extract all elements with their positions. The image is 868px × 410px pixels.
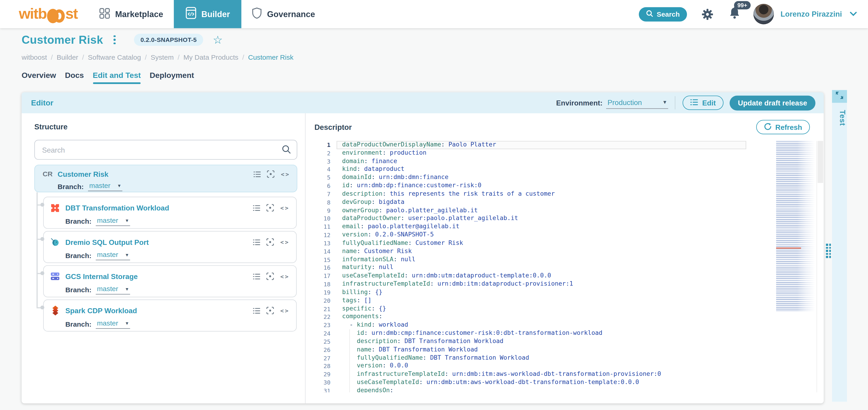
scrollbar-thumb[interactable] xyxy=(817,141,823,183)
update-draft-release-button[interactable]: Update draft release xyxy=(730,95,815,110)
code-line[interactable]: 16 maturity: null xyxy=(314,264,815,272)
component-card[interactable]: Spark CDP Workload <> xyxy=(43,300,297,332)
code-line[interactable]: 8 devGroup: bigdata xyxy=(314,198,815,206)
code-icon[interactable]: <> xyxy=(280,205,289,211)
component-name[interactable]: Spark CDP Workload xyxy=(65,306,137,314)
component-name[interactable]: Dremio SQL Output Port xyxy=(65,238,149,246)
code-line[interactable]: 24 id: urn:dmb:cmp:finance:customer-risk… xyxy=(314,329,815,338)
code-icon[interactable]: <> xyxy=(281,171,290,177)
logo-text-left: witb xyxy=(19,7,46,22)
nav-item-builder[interactable]: Builder xyxy=(174,0,242,28)
code-line[interactable]: 11 email: paolo.platter@agilelab.it xyxy=(314,223,815,231)
code-line[interactable]: 19 billing: {} xyxy=(314,288,815,297)
code-line[interactable]: 26 name: DBT Transformation Workload xyxy=(314,346,815,354)
star-favorite-icon[interactable]: ☆ xyxy=(213,34,223,45)
focus-target-icon[interactable] xyxy=(267,238,274,246)
code-line[interactable]: 6 id: urn:dmb:dp:finance:customer-risk:0 xyxy=(314,182,815,190)
code-line[interactable]: 20 tags: [] xyxy=(314,297,815,305)
global-search-button[interactable]: Search xyxy=(639,7,687,21)
code-line[interactable]: 12 version: 0.2.0-SNAPSHOT-5 xyxy=(314,231,815,239)
root-abbr: CR xyxy=(43,170,53,178)
component-card[interactable]: DBT Transformation Workload xyxy=(43,197,297,229)
settings-gear-icon[interactable] xyxy=(701,8,713,20)
code-line[interactable]: 28 version: 0.0.0 xyxy=(314,362,815,370)
code-line[interactable]: 31 dependsOn: xyxy=(314,387,815,392)
code-line[interactable]: 1 dataProductOwnerDisplayName: Paolo Pla… xyxy=(314,141,815,149)
breadcrumb-item[interactable]: Software Catalog xyxy=(88,54,141,61)
yaml-code-editor[interactable]: 1 dataProductOwnerDisplayName: Paolo Pla… xyxy=(314,141,815,392)
refresh-button[interactable]: Refresh xyxy=(756,120,810,134)
nav-item-marketplace[interactable]: Marketplace xyxy=(92,0,170,28)
code-line[interactable]: 5 domainId: urn:dmb:dmn:finance xyxy=(314,174,815,182)
user-avatar[interactable] xyxy=(753,4,774,24)
test-side-panel[interactable]: Test xyxy=(832,90,846,402)
editor-minimap[interactable] xyxy=(776,141,816,311)
environment-select[interactable]: Production ▼ xyxy=(607,97,669,109)
branch-select[interactable]: master ▼ xyxy=(96,285,130,295)
edit-button[interactable]: Edit xyxy=(683,96,724,110)
code-line[interactable]: 18 infrastructureTemplateId: urn:dmb:itm… xyxy=(314,280,815,288)
component-card[interactable]: GCS Internal Storage <> xyxy=(43,265,297,297)
code-icon[interactable]: <> xyxy=(280,239,289,245)
focus-target-icon[interactable] xyxy=(267,170,275,178)
component-name[interactable]: GCS Internal Storage xyxy=(65,272,137,280)
list-icon[interactable] xyxy=(254,171,261,177)
notifications-bell[interactable]: 99+ xyxy=(729,7,740,22)
tab-overview[interactable]: Overview xyxy=(22,71,56,83)
editor-scrollbar[interactable] xyxy=(816,141,823,392)
code-line[interactable]: 15 informationSLA: null xyxy=(314,255,815,264)
breadcrumb-item[interactable]: witboost xyxy=(22,54,47,61)
chevron-down-icon[interactable] xyxy=(850,12,857,16)
panel-drag-handle[interactable] xyxy=(826,244,831,258)
user-name[interactable]: Lorenzo Pirazzini xyxy=(780,10,842,18)
focus-target-icon[interactable] xyxy=(267,272,274,280)
component-card[interactable]: Dremio SQL Output Port <> xyxy=(43,231,297,263)
code-line[interactable]: 7 description: this represents the risk … xyxy=(314,190,815,198)
structure-search-input[interactable] xyxy=(34,140,297,160)
list-icon[interactable] xyxy=(253,205,260,211)
editor-body: Structure CR Customer Ri xyxy=(22,113,824,403)
code-line[interactable]: 4 kind: dataproduct xyxy=(314,166,815,174)
code-icon[interactable]: <> xyxy=(280,307,289,314)
tab-edit-and-test[interactable]: Edit and Test xyxy=(93,71,141,83)
code-line[interactable]: 29 infrastructureTemplateId: urn:dmb:itm… xyxy=(314,370,815,379)
tab-deployment[interactable]: Deployment xyxy=(150,71,194,83)
code-line[interactable]: 30 useCaseTemplateId: urn:dmb:utm:aws-wo… xyxy=(314,379,815,387)
breadcrumb-item[interactable]: Builder xyxy=(57,54,78,61)
branch-select[interactable]: master ▼ xyxy=(96,217,130,226)
branch-select[interactable]: master ▼ xyxy=(96,251,130,260)
branch-select[interactable]: master ▼ xyxy=(88,182,123,191)
nav-item-governance[interactable]: Governance xyxy=(245,0,322,28)
code-line[interactable]: 27 fullyQualifiedName: DBT Transformatio… xyxy=(314,354,815,362)
tab-docs[interactable]: Docs xyxy=(65,71,84,83)
test-tab-label[interactable]: Test xyxy=(832,98,846,126)
code-line[interactable]: 10 dataProductOwner: user:paolo.platter_… xyxy=(314,214,815,223)
component-name[interactable]: Customer Risk xyxy=(58,170,108,178)
list-icon[interactable] xyxy=(253,239,260,245)
code-line[interactable]: 3 domain: finance xyxy=(314,158,815,166)
code-line[interactable]: 9 ownerGroup: paolo.platter_agilelab.it xyxy=(314,206,815,214)
branch-select[interactable]: master ▼ xyxy=(96,319,130,329)
code-line[interactable]: 22 components: xyxy=(314,313,815,321)
code-line[interactable]: 13 fullyQualifiedName: Customer Risk xyxy=(314,239,815,247)
code-line[interactable]: 14 name: Customer Risk xyxy=(314,247,815,255)
list-icon[interactable] xyxy=(253,273,260,279)
code-icon[interactable]: <> xyxy=(280,273,289,279)
root-component-card[interactable]: CR Customer Risk xyxy=(34,165,297,192)
kebab-menu-icon[interactable] xyxy=(112,33,117,46)
code-text: maturity: null xyxy=(342,264,394,272)
code-line[interactable]: 2 environment: production xyxy=(314,149,815,158)
breadcrumb-item[interactable]: Customer Risk xyxy=(248,54,293,61)
breadcrumb-item[interactable]: My Data Products xyxy=(183,54,238,61)
tree-connector-stub xyxy=(36,273,42,274)
breadcrumb-item[interactable]: System xyxy=(151,54,174,61)
witboost-logo[interactable]: witb st xyxy=(19,7,78,22)
focus-target-icon[interactable] xyxy=(267,204,274,212)
code-line[interactable]: 23 - kind: workload xyxy=(314,321,815,329)
code-line[interactable]: 21 specific: {} xyxy=(314,305,815,313)
code-line[interactable]: 25 description: DBT Transformation Workl… xyxy=(314,338,815,346)
component-name[interactable]: DBT Transformation Workload xyxy=(65,204,169,212)
list-icon[interactable] xyxy=(253,308,260,314)
code-line[interactable]: 17 useCaseTemplateId: urn:dmb:utm:datapr… xyxy=(314,272,815,280)
focus-target-icon[interactable] xyxy=(267,307,274,314)
